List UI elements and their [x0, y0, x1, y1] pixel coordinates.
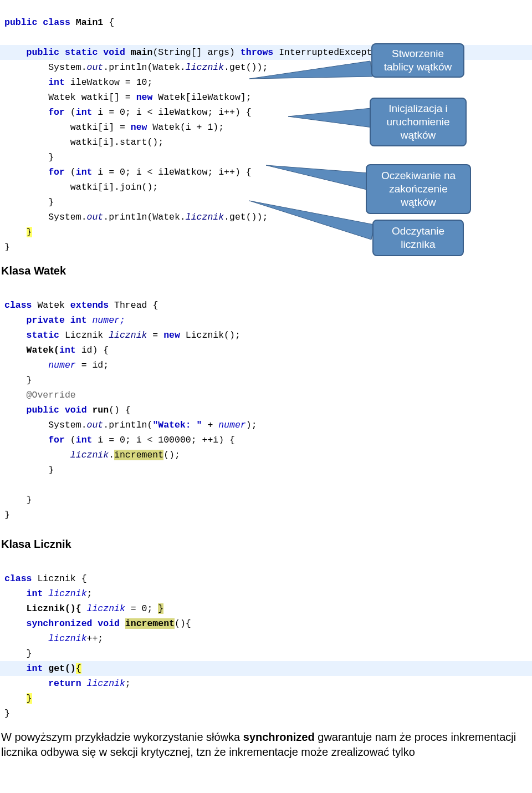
- lic: licznik: [109, 330, 147, 340]
- t: .println(: [103, 420, 152, 430]
- kw: int: [76, 435, 93, 445]
- code-line: @Override: [0, 388, 532, 403]
- t: System.: [48, 420, 86, 430]
- code-line: Watek(int id) {: [0, 343, 532, 358]
- kw: public: [27, 47, 59, 58]
- t: watki[i].start();: [70, 137, 163, 148]
- kw: for: [48, 435, 65, 445]
- code-block-main1: public class Main1 {: [0, 0, 532, 30]
- kw: void: [98, 618, 120, 629]
- mname: run: [92, 405, 109, 415]
- pointer-arrow-icon: [249, 200, 380, 241]
- t: ++;: [87, 633, 104, 644]
- para-text: W powyższym przykładzie wykorzystanie sł…: [1, 731, 243, 743]
- class-name: Main1: [76, 17, 104, 28]
- t: +: [202, 420, 219, 430]
- blank-line: [0, 477, 532, 492]
- callout-create-array: Stworzenie tablicy wątków: [371, 43, 464, 78]
- code-line: numer = id;: [0, 358, 532, 373]
- t: = 0;: [125, 603, 158, 614]
- t: }: [48, 152, 54, 162]
- mname: get(): [43, 663, 75, 674]
- t: watki[i].join();: [70, 182, 158, 192]
- kw: void: [65, 405, 87, 415]
- code-line: int get(){: [0, 661, 532, 676]
- anno: @Override: [27, 390, 76, 400]
- t: );: [246, 420, 257, 430]
- t: Watek watki[] =: [48, 92, 136, 103]
- kw: new: [131, 122, 147, 133]
- t: }: [4, 242, 10, 252]
- t: (){: [175, 618, 191, 629]
- str: "Watek: ": [152, 420, 202, 430]
- t: i = 0; i < 100000; ++i) {: [92, 435, 234, 445]
- code-line: }: [0, 691, 532, 706]
- t: = id;: [76, 360, 109, 370]
- t: .println(Watek.: [103, 212, 186, 222]
- out: out: [87, 420, 104, 430]
- pointer-arrow-icon: [249, 55, 377, 89]
- t: }: [48, 197, 54, 207]
- class-name: Watek: [37, 300, 65, 311]
- t: Watek(i + 1);: [147, 122, 224, 133]
- code-line: Licznik(){ licznik = 0; }: [0, 601, 532, 616]
- t: }: [4, 510, 10, 520]
- lic: licznik: [70, 450, 109, 460]
- svg-marker-2: [266, 165, 369, 190]
- t: i = 0; i < ileWatkow; i++) {: [92, 167, 251, 177]
- kw: class: [4, 300, 32, 311]
- t: i = 0; i < ileWatkow; i++) {: [92, 107, 251, 118]
- licznik: licznik: [186, 212, 224, 222]
- licznik: licznik: [186, 62, 224, 73]
- t: }: [27, 648, 32, 659]
- code-line: }: [0, 373, 532, 388]
- callout-init-start: Inicjalizacja i uruchomienie wątków: [370, 98, 467, 146]
- callout-text: Inicjalizacja i uruchomienie wątków: [375, 102, 461, 141]
- code-line: synchronized void increment(){: [0, 616, 532, 631]
- callout-text: Oczekiwanie na zakończenie wątków: [371, 169, 466, 209]
- code-line: private int numer;: [0, 313, 532, 328]
- kw: for: [48, 167, 65, 177]
- code-block-licznik: class Licznik {: [0, 556, 532, 586]
- kw-class: class: [43, 17, 70, 28]
- para-bold: synchronized: [243, 731, 315, 743]
- kw: return: [48, 678, 81, 689]
- pointer-arrow-icon: [288, 105, 377, 133]
- t: }: [27, 495, 32, 505]
- kw: new: [136, 92, 153, 103]
- explanation-paragraph: W powyższym przykładzie wykorzystanie sł…: [0, 721, 532, 760]
- t: () {: [109, 405, 131, 415]
- kw: void: [103, 47, 125, 58]
- fld: licznik: [43, 588, 86, 599]
- pointer-arrow-icon: [266, 161, 374, 194]
- code-line: }: [0, 507, 532, 522]
- blank-line: [0, 30, 532, 45]
- code-line: return licznik;: [0, 676, 532, 691]
- t: System.: [48, 62, 86, 73]
- t: ;: [125, 678, 131, 689]
- kw-public: public: [4, 17, 37, 28]
- t: System.: [48, 212, 86, 222]
- callout-wait-end: Oczekiwanie na zakończenie wątków: [366, 164, 471, 214]
- code-line: int licznik;: [0, 586, 532, 601]
- t: }: [4, 708, 10, 719]
- out: out: [87, 212, 104, 222]
- t: ileWatkow = 10;: [65, 77, 152, 88]
- kw: int: [59, 345, 76, 355]
- t: Licznik: [59, 330, 109, 340]
- t: (: [65, 167, 76, 177]
- t: ;: [87, 588, 93, 599]
- class-name: Licznik: [37, 573, 75, 584]
- inc: increment: [125, 618, 175, 629]
- svg-marker-0: [249, 61, 372, 79]
- fld: numer: [218, 420, 246, 430]
- code-line: for (int i = 0; i < 100000; ++i) {: [0, 433, 532, 448]
- brace: }: [27, 693, 32, 704]
- t: Licznik();: [180, 330, 241, 340]
- code-line: System.out.println("Watek: " + numer);: [0, 418, 532, 433]
- code-line: public void run() {: [0, 403, 532, 418]
- kw: static: [65, 47, 98, 58]
- code-line: }: [0, 706, 532, 721]
- kw: int: [76, 167, 93, 177]
- ctor: Watek(: [27, 345, 59, 355]
